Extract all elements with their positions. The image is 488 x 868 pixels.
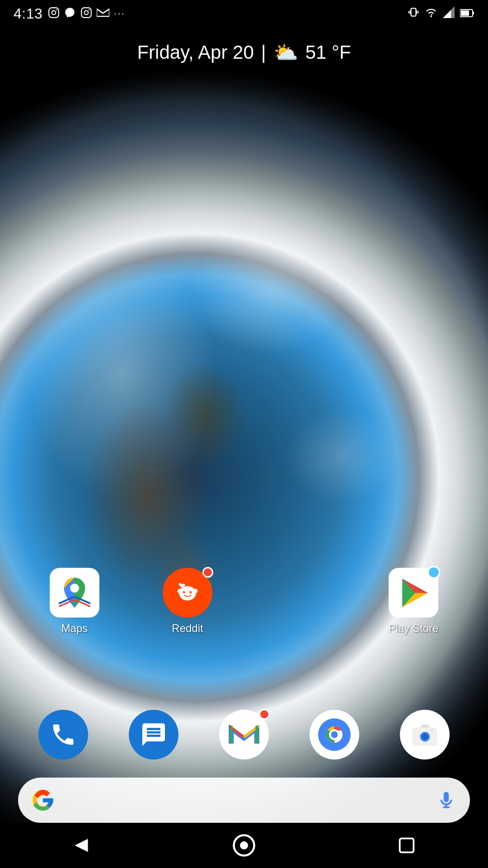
play-store-badge [427, 566, 440, 579]
status-right-icons [408, 6, 474, 21]
svg-point-23 [190, 591, 192, 592]
svg-rect-16 [473, 12, 474, 14]
apps-row: Maps [0, 565, 488, 637]
recents-button[interactable] [391, 830, 422, 861]
maps-icon[interactable] [50, 568, 99, 618]
reddit-notification-badge [202, 567, 213, 578]
vibrate-icon [408, 6, 419, 21]
svg-point-36 [331, 731, 338, 738]
camera-dock-icon[interactable] [400, 710, 450, 760]
svg-point-17 [70, 584, 79, 593]
svg-rect-10 [418, 11, 419, 13]
date-weather-widget: Friday, Apr 20 | ⛅ 51 °F [0, 41, 488, 64]
dock [0, 701, 488, 769]
bottom-nav [0, 823, 488, 868]
microphone-icon[interactable] [436, 790, 456, 811]
instagram2-notification-icon [80, 7, 92, 20]
play-store-app[interactable]: Play Store [384, 568, 443, 635]
svg-point-19 [179, 586, 196, 601]
svg-rect-0 [49, 8, 59, 18]
status-left: 4:13 [14, 5, 125, 22]
instagram-notification-icon [48, 7, 60, 20]
svg-point-22 [184, 591, 185, 592]
svg-point-40 [431, 728, 433, 731]
svg-marker-41 [75, 839, 88, 852]
status-notification-icons: ··· [48, 7, 125, 20]
separator: | [261, 42, 266, 63]
svg-rect-44 [400, 839, 414, 853]
google-logo [32, 789, 54, 811]
maps-label: Maps [61, 622, 88, 635]
svg-rect-6 [411, 8, 416, 16]
phone-dock-icon[interactable] [38, 710, 88, 760]
search-bar[interactable] [18, 778, 470, 823]
battery-icon [460, 7, 474, 21]
svg-rect-8 [417, 10, 418, 14]
maps-app[interactable]: Maps [45, 568, 104, 635]
status-bar: 4:13 [0, 0, 488, 27]
svg-point-11 [430, 15, 432, 17]
svg-point-1 [52, 11, 56, 15]
svg-point-24 [178, 589, 182, 593]
svg-point-43 [240, 841, 248, 849]
wifi-icon [425, 7, 437, 21]
weather-icon: ⛅ [273, 41, 298, 64]
reddit-icon[interactable] [163, 568, 212, 618]
svg-point-4 [84, 11, 89, 15]
gmail-notification-icon [97, 8, 109, 19]
svg-point-39 [422, 733, 428, 740]
reddit-app[interactable]: Reddit [158, 568, 217, 635]
svg-point-5 [89, 9, 90, 11]
play-store-icon[interactable] [389, 568, 438, 618]
svg-rect-9 [408, 11, 409, 13]
chrome-dock-icon[interactable] [310, 710, 359, 760]
svg-rect-7 [409, 10, 410, 14]
play-store-label: Play Store [389, 622, 439, 635]
svg-rect-3 [81, 8, 91, 18]
back-button[interactable] [66, 830, 97, 861]
messenger-notification-icon [64, 7, 76, 20]
status-time: 4:13 [14, 5, 42, 22]
svg-point-25 [193, 589, 197, 593]
empty-app-slot [271, 565, 330, 637]
messages-dock-icon[interactable] [129, 710, 178, 760]
svg-point-27 [179, 583, 182, 585]
signal-icon [443, 6, 455, 21]
reddit-label: Reddit [172, 622, 203, 635]
temperature-text: 51 °F [305, 42, 351, 63]
svg-point-2 [56, 9, 57, 11]
date-text: Friday, Apr 20 [137, 42, 253, 63]
gmail-notification-badge [259, 709, 270, 720]
home-button[interactable] [228, 830, 260, 861]
date-weather-display: Friday, Apr 20 | ⛅ 51 °F [0, 41, 488, 64]
svg-rect-15 [461, 10, 469, 16]
more-dots-icon: ··· [114, 9, 125, 19]
gmail-dock-icon[interactable] [219, 710, 269, 760]
